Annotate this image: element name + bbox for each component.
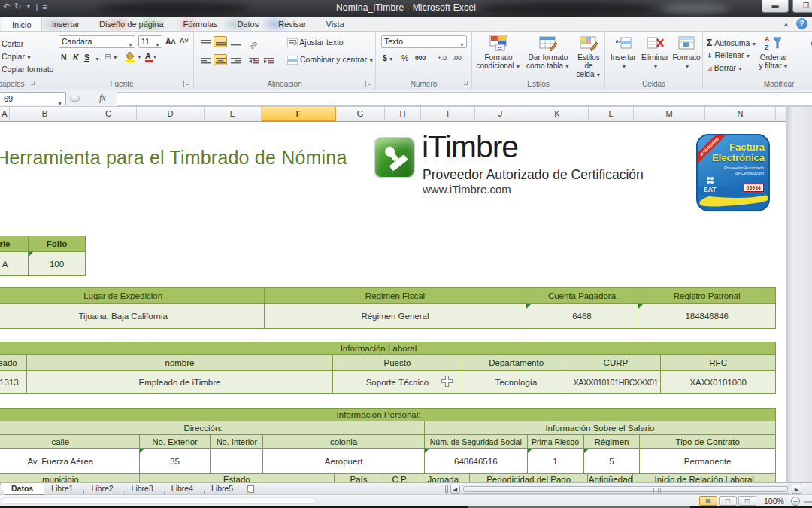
align-middle-icon[interactable] [214, 36, 227, 47]
no-interior-value[interactable] [211, 449, 263, 473]
zoom-level[interactable]: 100% [764, 497, 784, 506]
nombre-header[interactable]: nombre [27, 355, 333, 370]
conditional-formatting-button[interactable]: ⚏ Formatocondicional▼ [475, 34, 522, 71]
laboral-band[interactable]: Información Laboral [0, 342, 775, 354]
page-break-view-icon[interactable]: ◫ [738, 496, 756, 506]
sheet-tab-libre4[interactable]: Libre4 [161, 483, 205, 495]
font-dialog-launcher-icon[interactable] [183, 81, 190, 87]
tab-vista[interactable]: Vista [317, 17, 354, 32]
fill-button[interactable]: ⬇ Rellenar▼ [707, 50, 751, 59]
sheet-area[interactable]: Herramienta para el Timbrado de Nómina i… [0, 122, 786, 482]
merge-center-button[interactable]: Combinar y centrar▼ [287, 55, 374, 65]
tab-diseno[interactable]: Diseño de página [89, 17, 174, 32]
personal-band[interactable]: Información Personal: [0, 409, 775, 421]
column-header-m[interactable]: M [634, 107, 705, 122]
align-left-icon[interactable] [198, 54, 212, 65]
format-as-table-button[interactable]: Dar formatocomo tabla▼ [523, 34, 573, 71]
delete-cells-button[interactable]: Eliminar▼ [639, 34, 671, 71]
departamento-value[interactable]: Tecnología [462, 371, 571, 393]
scroll-left-icon[interactable]: ◀ [450, 485, 460, 494]
cut-button[interactable]: Cortar [2, 39, 23, 48]
puesto-header[interactable]: Puesto [333, 355, 462, 370]
page-layout-view-icon[interactable]: ▢ [719, 496, 737, 506]
no-exterior-header[interactable]: No. Exterior [140, 435, 211, 448]
clear-button[interactable]: ◢ Borrar▼ [707, 63, 743, 72]
column-header-l[interactable]: L [589, 107, 634, 122]
percent-icon[interactable]: % [401, 53, 408, 62]
copy-button[interactable]: Copiar▼ [2, 52, 32, 61]
registro-patronal-value[interactable]: 184846846 [638, 304, 775, 328]
font-color-icon[interactable]: A▼ [145, 51, 158, 60]
font-size-combo[interactable]: 11▼ [138, 35, 162, 48]
increase-decimal-icon[interactable]: +.0 [438, 54, 447, 62]
maximize-button[interactable]: ❐ [792, 0, 812, 13]
collapse-ribbon-icon[interactable]: ▲ [783, 20, 789, 28]
orientation-icon[interactable]: ab▼ [247, 36, 260, 47]
colonia-value[interactable]: Aeropuert [263, 449, 425, 473]
clipboard-dialog-launcher-icon[interactable] [29, 81, 35, 87]
cp-header[interactable]: C.P. [383, 474, 417, 482]
formula-input[interactable] [117, 92, 812, 106]
format-cells-button[interactable]: Formato▼ [671, 34, 702, 71]
pais-header[interactable]: País [335, 474, 383, 482]
italic-button[interactable]: K [73, 53, 79, 62]
column-header-e[interactable]: E [205, 107, 262, 122]
insert-cells-button[interactable]: Insertar▼ [607, 34, 639, 71]
zoom-out-icon[interactable]: – [791, 497, 800, 506]
tab-revisar[interactable]: Revisar [268, 17, 316, 32]
estado-header[interactable]: Estado [140, 474, 335, 482]
sheet-tab-libre5[interactable]: Libre5 [201, 483, 244, 495]
sheet-tab-datos[interactable]: Datos [0, 483, 44, 495]
column-header-d[interactable]: D [137, 107, 205, 122]
grow-font-icon[interactable]: A˄ [165, 37, 176, 46]
calle-header[interactable]: calle [0, 435, 140, 448]
empleado-value[interactable]: 451313 [0, 371, 27, 393]
number-dialog-launcher-icon[interactable] [462, 81, 468, 87]
column-header-k[interactable]: K [526, 107, 589, 122]
decrease-indent-icon[interactable] [247, 54, 260, 65]
lugar-header[interactable]: Lugar de Expedicion [0, 288, 265, 303]
seguridad-social-header[interactable]: Núm. de Seguridad Social [425, 435, 528, 448]
curp-value[interactable]: XAXX010101HBCXXX01 [571, 371, 662, 393]
colonia-header[interactable]: colonia [263, 435, 425, 448]
sheet-tab-libre3[interactable]: Libre3 [121, 483, 165, 495]
tab-split-handle[interactable] [445, 485, 448, 494]
departamento-header[interactable]: Departamento [462, 355, 571, 370]
horizontal-scrollbar[interactable] [462, 485, 789, 494]
help-icon[interactable]: ? [796, 18, 807, 29]
prima-riesgo-header[interactable]: Prima Riesgo [528, 435, 584, 448]
salario-header[interactable]: Información Sobre el Salario [425, 421, 775, 434]
underline-button[interactable]: S [84, 53, 89, 62]
rfc-header[interactable]: RFC [661, 355, 775, 370]
tipo-contrato-header[interactable]: Tipo de Contrato [640, 435, 775, 448]
align-center-icon[interactable] [214, 54, 227, 65]
fill-color-icon[interactable]: ▼ [124, 51, 142, 62]
format-painter-button[interactable]: Copiar formato [2, 65, 53, 74]
number-format-combo[interactable]: Texto▼ [381, 35, 467, 48]
shrink-font-icon[interactable]: A˅ [180, 37, 189, 44]
find-select-button[interactable]: Busele [796, 34, 812, 70]
column-header-a[interactable]: A [0, 107, 10, 122]
decrease-decimal-icon[interactable]: .00 [453, 54, 462, 62]
no-exterior-value[interactable]: 35 [140, 449, 211, 473]
serie-value[interactable]: A [0, 252, 29, 275]
tab-inicio[interactable]: Inicio [2, 17, 42, 32]
nombre-value[interactable]: Empleado de iTimbre [27, 371, 333, 393]
align-top-icon[interactable] [198, 36, 212, 47]
prima-riesgo-value[interactable]: 1 [528, 449, 584, 473]
currency-icon[interactable]: $▼ [383, 53, 394, 62]
jornada-header[interactable]: Jornada [417, 474, 470, 482]
underline-dropdown-icon[interactable]: ▼ [95, 56, 100, 62]
alignment-dialog-launcher-icon[interactable] [365, 81, 372, 87]
zoom-slider[interactable] [804, 501, 812, 503]
column-header-f-selected[interactable]: F [262, 107, 336, 122]
registro-patronal-header[interactable]: Registro Patronal [638, 288, 775, 303]
tab-formulas[interactable]: Fórmulas [174, 17, 228, 32]
increase-indent-icon[interactable] [262, 54, 275, 65]
normal-view-icon[interactable]: ▦ [699, 496, 717, 506]
rfc-value[interactable]: XAXX0101000 [661, 371, 775, 393]
serie-header[interactable]: rie [0, 236, 29, 251]
regimen-fiscal-value[interactable]: Régimen General [265, 304, 526, 328]
horizontal-scrollbar-thumb[interactable] [463, 486, 788, 492]
column-header-h[interactable]: H [385, 107, 421, 122]
